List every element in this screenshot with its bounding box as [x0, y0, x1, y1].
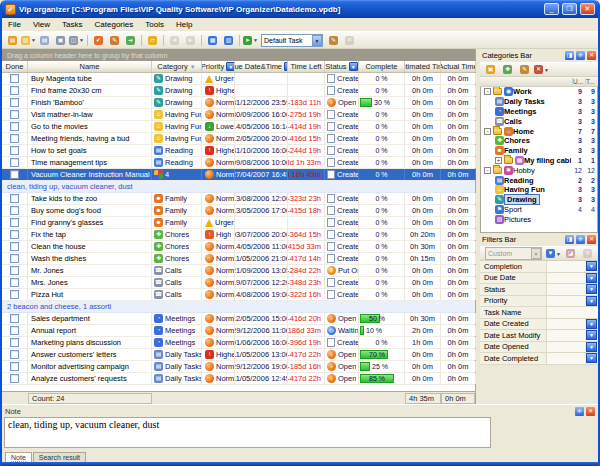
done-checkbox[interactable] [10, 86, 19, 95]
category-tree-item-sport[interactable]: ⚑Sport44 [481, 205, 597, 215]
share-task-button[interactable]: ➔ [123, 33, 138, 47]
column-header-name[interactable]: Name [28, 61, 152, 72]
done-checkbox[interactable] [10, 266, 19, 275]
close-icon[interactable]: ✕ [586, 407, 595, 416]
chevron-down-icon[interactable]: ▼ [586, 261, 597, 271]
table-row[interactable]: How to set goals▤Reading!Highest31/10/20… [2, 145, 475, 157]
filter-value[interactable] [546, 330, 585, 341]
delete-category-button[interactable]: ✕▼ [534, 63, 549, 77]
table-row[interactable]: Monitor advertising campaign▤Daily Tasks… [2, 361, 475, 373]
done-checkbox[interactable] [10, 254, 19, 263]
filter-value[interactable] [546, 296, 585, 307]
menu-categories[interactable]: Categories [89, 20, 140, 29]
column-header-done[interactable]: Done [2, 61, 28, 72]
table-row[interactable]: Analyze customers' requests▤Daily TasksN… [2, 373, 475, 385]
category-tree-item-pictures[interactable]: ▧Pictures [481, 214, 597, 224]
done-checkbox[interactable] [10, 338, 19, 347]
chevron-down-icon[interactable]: ▼ [312, 35, 322, 46]
done-checkbox[interactable] [10, 350, 19, 359]
tree-toggle-icon[interactable]: - [484, 167, 491, 174]
category-tree-item-my-filing-cabinet[interactable]: +▦My filing cabinet11 [481, 156, 597, 166]
edit-task-button[interactable]: ✎ [107, 33, 122, 47]
done-checkbox[interactable] [10, 110, 19, 119]
done-checkbox[interactable] [10, 326, 19, 335]
category-tree-item-chores[interactable]: ✚Chores33 [481, 136, 597, 146]
chevron-down-icon[interactable]: ▼ [31, 37, 36, 43]
done-checkbox[interactable] [10, 74, 19, 83]
done-checkbox[interactable] [10, 194, 19, 203]
duplicate-task-button[interactable]: ▤ [37, 33, 52, 47]
task-note-row[interactable]: 2 beacon and cheese, 1 assorti [2, 301, 475, 313]
table-row[interactable]: Pizza Hut☎CallsNormal14/08/2006 19:00-32… [2, 289, 475, 301]
dock-icon[interactable]: ◨ [565, 51, 574, 60]
category-tree-item-hobby[interactable]: -✱Hobby1212 [481, 165, 597, 175]
chevron-down-icon[interactable]: ▼ [586, 342, 597, 352]
table-row[interactable]: Find frame 20x30 cm✎Drawing!HighestCreat… [2, 85, 475, 97]
table-row[interactable]: Annual report◔MeetingsNormal29/12/2006 1… [2, 325, 475, 337]
print-preview-button[interactable]: ◫▼ [69, 33, 84, 47]
table-row[interactable]: Go to the movies☺Having Fun↓Lowest14/05/… [2, 121, 475, 133]
filter-dropdown-icon[interactable]: ▼ [226, 62, 235, 71]
column-header-actual-time[interactable]: Actual Time [441, 61, 476, 72]
edit-category-button[interactable]: ✎ [517, 63, 532, 77]
new-note-button[interactable]: ▥▼ [21, 33, 36, 47]
view-list-button[interactable]: ▥ [221, 33, 236, 47]
print-button[interactable]: ▣ [53, 33, 68, 47]
filter-value[interactable] [546, 273, 585, 284]
done-checkbox[interactable] [10, 122, 19, 131]
table-row[interactable]: Time management tips▤ReadingNormal09/08/… [2, 157, 475, 169]
table-row[interactable]: Fix the tap✚Chores↑High03/07/2006 20:00-… [2, 229, 475, 241]
group-by-bar[interactable]: Drag a column header here to group by th… [2, 49, 475, 61]
table-row[interactable]: Visit mather-in-law☺Having FunNormal30/0… [2, 109, 475, 121]
note-text[interactable]: clean, tiding up, vacuum cleaner, dust [4, 417, 491, 448]
complete-task-button[interactable]: ✔ [91, 33, 106, 47]
column-header-due-date-time[interactable]: Due Date&Time▼ [235, 61, 288, 72]
chevron-down-icon[interactable]: ▼ [544, 67, 549, 73]
filter-dropdown-icon[interactable]: ▼ [349, 62, 358, 71]
edit-template-button[interactable]: ✎ [326, 33, 341, 47]
table-row[interactable]: Meeting friends, having a bud☺Having Fun… [2, 133, 475, 145]
table-row[interactable]: Finish 'Bamboo'✎DrawingNormal31/12/2006 … [2, 97, 475, 109]
dock-icon[interactable]: ◨ [565, 235, 574, 244]
done-checkbox[interactable] [10, 158, 19, 167]
done-checkbox[interactable] [10, 278, 19, 287]
filter-preset-combo[interactable]: Custom▼ [485, 247, 542, 260]
title-bar[interactable]: ✔ Vip organizer [C:\Program Files\VIP Qu… [2, 0, 598, 18]
category-tree-item-drawing[interactable]: ✎Drawing33 [481, 195, 597, 205]
table-row[interactable]: Vacuum Cleaner Instruction Manual4Normal… [2, 169, 475, 181]
apply-filter-button[interactable]: ▼▼ [546, 247, 561, 261]
column-header-time-left[interactable]: Time Left [288, 61, 325, 72]
table-row[interactable]: Sales department◔MeetingsNormal12/05/200… [2, 313, 475, 325]
category-tree-item-work[interactable]: -◉Work99 [481, 87, 597, 97]
close-icon[interactable]: ✕ [587, 235, 596, 244]
task-note-row[interactable]: clean, tiding up, vacuum cleaner, dust [2, 181, 475, 193]
tree-toggle-icon[interactable]: - [484, 88, 491, 95]
chevron-down-icon[interactable]: ▼ [586, 284, 597, 294]
table-row[interactable]: Mrs. Jones☎CallsNormal19/07/2006 12:20-3… [2, 277, 475, 289]
filter-value[interactable] [546, 342, 585, 353]
menu-help[interactable]: Help [170, 20, 198, 29]
close-icon[interactable]: ✕ [587, 51, 596, 60]
category-tree-item-reading[interactable]: ▤Reading22 [481, 175, 597, 185]
category-tree-item-home[interactable]: -⌂Home77 [481, 126, 597, 136]
table-row[interactable]: Marketing plans discussion◔MeetingsNorma… [2, 337, 475, 349]
done-checkbox[interactable] [10, 290, 19, 299]
pin-icon[interactable]: ✛ [575, 407, 584, 416]
table-row[interactable]: Find granny's glasses☻FamilyUrgentCreate… [2, 217, 475, 229]
filter-value[interactable] [546, 353, 585, 364]
column-header-priority[interactable]: Priority▼ [202, 61, 235, 72]
tree-toggle-icon[interactable]: + [495, 157, 502, 164]
done-checkbox[interactable] [10, 374, 19, 383]
filter-value[interactable] [546, 261, 585, 272]
done-checkbox[interactable] [10, 98, 19, 107]
clear-filter-button[interactable]: ◪ [563, 247, 578, 261]
done-checkbox[interactable] [10, 314, 19, 323]
filter-value[interactable] [546, 284, 585, 295]
table-row[interactable]: Answer customers' letters▤Daily Tasks!Hi… [2, 349, 475, 361]
new-category-button[interactable]: ▣ [483, 63, 498, 77]
column-header-category[interactable]: Category▼ [152, 61, 202, 72]
table-row[interactable]: Buy some dog's food☻FamilyNormal13/05/20… [2, 205, 475, 217]
done-checkbox[interactable] [10, 134, 19, 143]
table-row[interactable]: Take kids to the zoo☻FamilyNormal13/08/2… [2, 193, 475, 205]
done-checkbox[interactable] [10, 206, 19, 215]
